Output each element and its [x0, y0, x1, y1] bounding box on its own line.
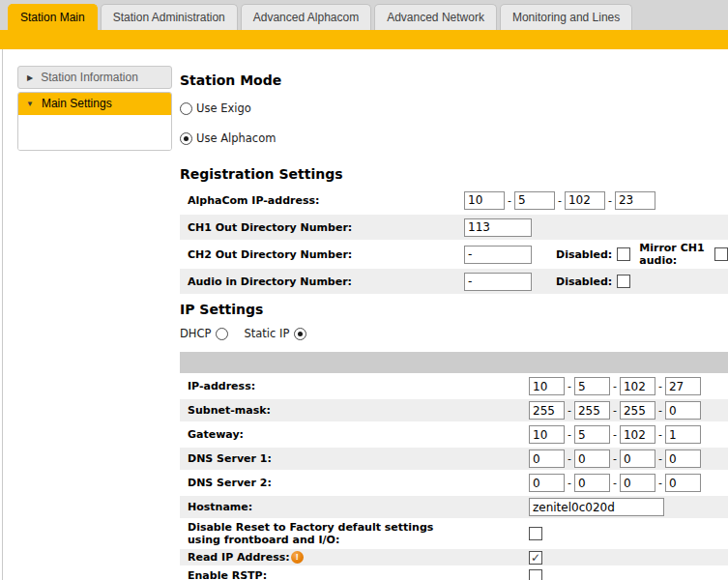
- static-ip-radio[interactable]: [294, 328, 306, 340]
- octet-separator: -: [608, 194, 612, 207]
- octet-separator: -: [658, 428, 662, 441]
- sidebar-item-label: Station Information: [41, 71, 138, 84]
- alphacom-ip-octet-2[interactable]: [514, 191, 555, 210]
- dns2-octet-2[interactable]: [574, 474, 610, 492]
- row-label: Subnet-mask:: [188, 404, 529, 417]
- alphacom-ip-octet-4[interactable]: [615, 191, 655, 210]
- subnet-mask-octet-4[interactable]: [665, 401, 701, 420]
- subnet-mask-octet-2[interactable]: [574, 401, 610, 420]
- use-exigo-option: Use Exigo: [180, 102, 728, 115]
- row-label: Gateway:: [188, 428, 529, 441]
- gateway-octet-1[interactable]: [529, 425, 565, 444]
- tab-advanced-alphacom[interactable]: Advanced Alphacom: [241, 4, 371, 30]
- table-row-enable-rstp: Enable RSTP:: [180, 567, 728, 580]
- audio-in-disabled-checkbox[interactable]: [617, 275, 630, 288]
- ip-address-octet-4[interactable]: [665, 377, 701, 395]
- disable-factory-reset-checkbox[interactable]: [529, 527, 542, 540]
- row-label: AlphaCom IP-address:: [188, 194, 464, 207]
- tab-station-main[interactable]: Station Main: [8, 4, 98, 30]
- ip-settings-heading: IP Settings: [180, 302, 728, 317]
- mirror-ch1-audio-label: Mirror CH1 audio:: [639, 242, 710, 267]
- ip-settings-table: IP-address: - - - Subnet-mask: - - -: [180, 375, 728, 580]
- octet-separator: -: [568, 452, 571, 465]
- table-row-dns-server-1: DNS Server 1: - - -: [180, 448, 728, 470]
- octet-separator: -: [568, 404, 571, 417]
- row-label: Disable Reset to Factory default setting…: [188, 521, 529, 546]
- table-row-ch2-directory: CH2 Out Directory Number: Disabled: Mirr…: [180, 242, 728, 267]
- octet-separator: -: [568, 380, 571, 392]
- octet-separator: -: [558, 194, 562, 207]
- table-row-ch1-directory: CH1 Out Directory Number:: [180, 215, 728, 240]
- gateway-octet-2[interactable]: [574, 425, 610, 444]
- checkmark-icon: ✓: [531, 552, 540, 564]
- ip-address-octet-2[interactable]: [574, 377, 610, 395]
- info-icon[interactable]: !: [291, 551, 304, 564]
- use-exigo-radio[interactable]: [180, 102, 192, 115]
- dns2-octet-1[interactable]: [529, 474, 565, 492]
- octet-separator: -: [658, 380, 662, 392]
- ip-mode-selector: DHCP Static IP: [180, 327, 728, 340]
- octet-separator: -: [613, 477, 617, 489]
- ip-address-octet-1[interactable]: [529, 377, 565, 395]
- row-label: Enable RSTP:: [188, 569, 529, 580]
- main-content: Station Mode Use Exigo Use Alphacom Regi…: [180, 49, 728, 580]
- ch2-directory-number-input[interactable]: [464, 246, 532, 264]
- read-ip-address-label: Read IP Address:: [188, 551, 290, 564]
- alphacom-ip-octet-1[interactable]: [464, 191, 505, 210]
- ip-address-octet-3[interactable]: [620, 377, 655, 395]
- read-ip-address-checkbox[interactable]: ✓: [529, 551, 542, 565]
- subnet-mask-octet-1[interactable]: [529, 401, 565, 420]
- chevron-right-icon: ▶: [27, 73, 33, 82]
- table-row-hostname: Hostname:: [180, 496, 728, 518]
- octet-separator: -: [658, 452, 662, 465]
- gateway-octet-4[interactable]: [665, 425, 701, 444]
- row-label: Hostname:: [188, 501, 529, 513]
- chevron-down-icon: ▼: [26, 100, 34, 108]
- ip-table-header-bar: [180, 352, 728, 373]
- octet-separator: -: [613, 428, 617, 441]
- registration-settings-heading: Registration Settings: [180, 166, 728, 182]
- sidebar-item-main-settings[interactable]: ▼ Main Settings: [17, 92, 172, 115]
- octet-separator: -: [508, 194, 511, 207]
- dhcp-radio[interactable]: [216, 328, 228, 340]
- table-row-ip-address: IP-address: - - -: [180, 375, 728, 397]
- table-row-read-ip-address: Read IP Address:! ✓: [180, 549, 728, 566]
- octet-separator: -: [568, 477, 571, 489]
- table-row-dns-server-2: DNS Server 2: - - -: [180, 472, 728, 494]
- dns1-octet-4[interactable]: [665, 450, 701, 468]
- row-label: Read IP Address:!: [188, 551, 529, 564]
- dns1-octet-1[interactable]: [529, 450, 565, 468]
- dns1-octet-3[interactable]: [620, 450, 655, 468]
- static-ip-label: Static IP: [244, 327, 289, 340]
- tab-monitoring-and-lines[interactable]: Monitoring and Lines: [500, 4, 632, 30]
- octet-separator: -: [658, 404, 662, 417]
- audio-in-disabled-label: Disabled:: [556, 276, 612, 288]
- page-body: ▶ Station Information ▼ Main Settings St…: [0, 49, 728, 580]
- audio-in-directory-number-input[interactable]: [464, 273, 532, 291]
- dns1-octet-2[interactable]: [574, 450, 610, 468]
- sidebar-item-label: Main Settings: [42, 97, 112, 110]
- mirror-ch1-audio-checkbox[interactable]: [714, 247, 728, 261]
- table-row-alphacom-ip: AlphaCom IP-address: - - -: [180, 188, 728, 213]
- table-row-gateway: Gateway: - - -: [180, 423, 728, 446]
- row-label: CH2 Out Directory Number:: [188, 248, 464, 261]
- row-label: DNS Server 2:: [188, 477, 529, 489]
- sidebar-item-station-information[interactable]: ▶ Station Information: [17, 66, 172, 89]
- hostname-input[interactable]: [529, 498, 664, 516]
- accent-bar: [0, 30, 728, 49]
- row-label-line2: using frontboard and I/O:: [188, 534, 529, 546]
- ch2-disabled-checkbox[interactable]: [617, 247, 630, 261]
- table-row-disable-factory-reset: Disable Reset to Factory default setting…: [180, 520, 728, 547]
- subnet-mask-octet-3[interactable]: [620, 401, 655, 420]
- use-alphacom-radio[interactable]: [180, 132, 192, 145]
- dns2-octet-4[interactable]: [665, 474, 701, 492]
- dns2-octet-3[interactable]: [620, 474, 655, 492]
- ch1-directory-number-input[interactable]: [464, 218, 532, 237]
- tab-advanced-network[interactable]: Advanced Network: [374, 4, 497, 30]
- gateway-octet-3[interactable]: [620, 425, 655, 444]
- sidebar: ▶ Station Information ▼ Main Settings: [17, 66, 172, 580]
- enable-rstp-checkbox[interactable]: [529, 569, 542, 580]
- tab-station-administration[interactable]: Station Administration: [101, 4, 238, 30]
- alphacom-ip-octet-3[interactable]: [565, 191, 605, 210]
- row-label-line1: Disable Reset to Factory default setting…: [188, 521, 529, 534]
